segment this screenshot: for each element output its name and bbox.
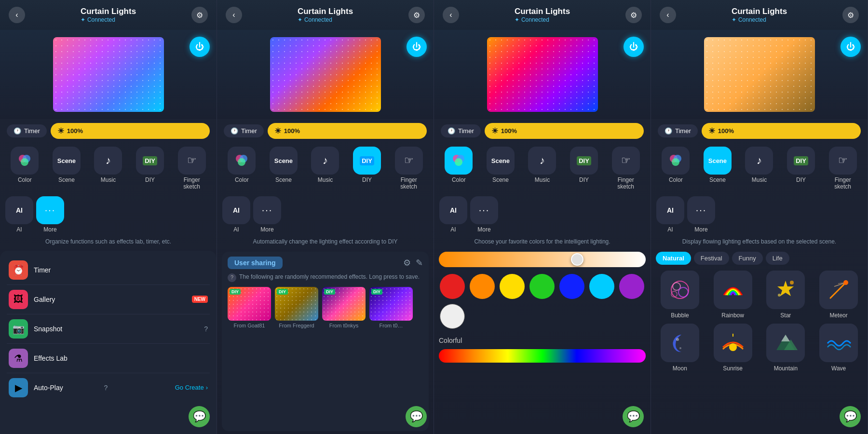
back-button-2[interactable]: ‹ <box>226 7 242 23</box>
timer-button-2[interactable]: 🕐 Timer <box>224 124 264 137</box>
func-diy-2[interactable]: DIY DIY <box>353 147 381 183</box>
gradient-slider[interactable] <box>439 252 646 267</box>
float-chat-icon-4[interactable]: 💬 <box>840 406 861 427</box>
swatch-yellow[interactable] <box>500 274 525 299</box>
scene-rainbow[interactable]: Rainbow <box>709 271 757 319</box>
list-autoplay[interactable]: ▶ Auto-Play ? Go Create › <box>7 373 210 402</box>
colorful-bar[interactable] <box>439 349 646 363</box>
timer-button-3[interactable]: 🕐 Timer <box>441 124 481 137</box>
list-snapshot[interactable]: 📷 Snapshot ? <box>7 314 210 344</box>
scene-sunrise[interactable]: Sunrise <box>709 324 757 372</box>
scene-grid: Bubble Rainbow <box>651 268 868 375</box>
func-more-2[interactable]: ··· More <box>253 196 282 233</box>
swatch-purple[interactable] <box>619 274 644 299</box>
func-scene-3[interactable]: Scene Scene <box>486 147 515 183</box>
float-chat-icon-2[interactable]: 💬 <box>406 406 427 427</box>
func-ai-1[interactable]: AI AI <box>5 196 34 233</box>
func-scene-label-4: Scene <box>709 176 726 183</box>
effects-list-label: Effects Lab <box>34 354 208 362</box>
hint-q-icon: ? <box>228 273 236 282</box>
func-color-1[interactable]: Color <box>10 147 39 183</box>
func-music-2[interactable]: ♪ Music <box>311 147 339 183</box>
swatch-cyan[interactable] <box>589 274 614 299</box>
back-button-3[interactable]: ‹ <box>443 7 459 23</box>
func-color-3[interactable]: Color <box>444 147 473 183</box>
float-chat-icon-1[interactable]: 💬 <box>189 406 210 427</box>
settings-button-1[interactable]: ⚙ <box>191 7 208 23</box>
sharing-card-label-0: From Goat81 <box>228 323 271 328</box>
func-finger-4[interactable]: ☞ Fingersketch <box>828 147 857 190</box>
func-scene-2[interactable]: Scene Scene <box>269 147 298 183</box>
swatch-orange[interactable] <box>470 274 495 299</box>
func-music-1[interactable]: ♪ Music <box>94 147 122 183</box>
func-finger-2[interactable]: ☞ Fingersketch <box>394 147 423 190</box>
scene-bubble[interactable]: Bubble <box>656 271 704 319</box>
brightness-bar-4[interactable]: ☀ 100% <box>702 123 861 139</box>
tab-festival[interactable]: Festival <box>694 252 729 265</box>
func-diy-4[interactable]: DIY DIY <box>787 147 815 183</box>
func-ai-2[interactable]: AI AI <box>222 196 251 233</box>
tab-natural[interactable]: Natural <box>656 252 691 265</box>
brightness-bar-1[interactable]: ☀ 100% <box>51 123 210 139</box>
func-ai-3[interactable]: AI AI <box>439 196 468 233</box>
sharing-card-0[interactable]: DIY From Goat81 <box>228 287 271 328</box>
power-button-1[interactable]: ⏻ <box>190 37 210 57</box>
sharing-edit-icon[interactable]: ✎ <box>416 258 423 268</box>
go-create-link[interactable]: Go Create › <box>175 384 208 391</box>
color-icon-3 <box>445 147 473 175</box>
tab-life[interactable]: Life <box>766 252 789 265</box>
brightness-bar-3[interactable]: ☀ 100% <box>485 123 644 139</box>
svg-point-23 <box>676 338 679 341</box>
func-scene-1[interactable]: Scene Scene <box>52 147 81 183</box>
meteor-icon <box>819 271 858 309</box>
back-button-1[interactable]: ‹ <box>9 7 25 23</box>
scene-moon[interactable]: Moon <box>656 324 704 372</box>
list-gallery[interactable]: 🖼 Gallery NEW <box>7 285 210 314</box>
scene-star[interactable]: Star <box>762 271 810 319</box>
sharing-card-2[interactable]: DIY From t0nkys <box>322 287 366 328</box>
sharing-card-3[interactable]: DIY From t0… <box>369 287 413 328</box>
func-finger-3[interactable]: ☞ Fingersketch <box>611 147 640 190</box>
float-chat-icon-3[interactable]: 💬 <box>623 406 644 427</box>
user-sharing-button[interactable]: User sharing <box>228 257 283 269</box>
scene-wave[interactable]: Wave <box>814 324 863 372</box>
tab-funny[interactable]: Funny <box>732 252 763 265</box>
light-grid-1 <box>53 37 164 112</box>
swatch-green[interactable] <box>529 274 555 299</box>
list-effects[interactable]: ⚗ Effects Lab <box>7 344 210 373</box>
power-button-2[interactable]: ⏻ <box>407 37 427 57</box>
scene-mountain[interactable]: Mountain <box>762 324 810 372</box>
func-diy-1[interactable]: DIY DIY <box>136 147 164 183</box>
func-more-4[interactable]: ··· More <box>687 196 716 233</box>
timer-list-label: Timer <box>34 266 208 274</box>
autoplay-list-label: Auto-Play <box>34 384 101 392</box>
brightness-bar-2[interactable]: ☀ 100% <box>268 123 427 139</box>
settings-button-3[interactable]: ⚙ <box>625 7 642 23</box>
func-music-4[interactable]: ♪ Music <box>745 147 773 183</box>
swatch-white[interactable] <box>440 304 465 329</box>
func-more-1[interactable]: ··· More <box>36 196 65 233</box>
power-button-4[interactable]: ⏻ <box>841 37 861 57</box>
func-color-2[interactable]: Color <box>227 147 256 183</box>
func-more-3[interactable]: ··· More <box>470 196 499 233</box>
func-diy-3[interactable]: DIY DIY <box>570 147 598 183</box>
list-timer[interactable]: ⏰ Timer <box>7 256 210 285</box>
control-bar-4: 🕐 Timer ☀ 100% <box>651 119 868 143</box>
timer-button-1[interactable]: 🕐 Timer <box>7 124 47 137</box>
timer-button-4[interactable]: 🕐 Timer <box>658 124 698 137</box>
power-button-3[interactable]: ⏻ <box>624 37 644 57</box>
sharing-card-1[interactable]: DIY From Freggerd <box>275 287 318 328</box>
swatch-blue[interactable] <box>559 274 584 299</box>
swatch-red[interactable] <box>440 274 465 299</box>
settings-button-2[interactable]: ⚙ <box>408 7 425 23</box>
light-image-2 <box>270 37 381 112</box>
func-scene-4[interactable]: Scene Scene <box>703 147 732 183</box>
settings-button-4[interactable]: ⚙ <box>842 7 859 23</box>
scene-meteor[interactable]: Meteor <box>814 271 863 319</box>
func-color-4[interactable]: Color <box>661 147 690 183</box>
back-button-4[interactable]: ‹ <box>660 7 676 23</box>
func-finger-1[interactable]: ☞ Fingersketch <box>177 147 206 190</box>
func-music-3[interactable]: ♪ Music <box>528 147 556 183</box>
func-ai-4[interactable]: AI AI <box>656 196 685 233</box>
sharing-settings-icon[interactable]: ⚙ <box>403 258 411 268</box>
